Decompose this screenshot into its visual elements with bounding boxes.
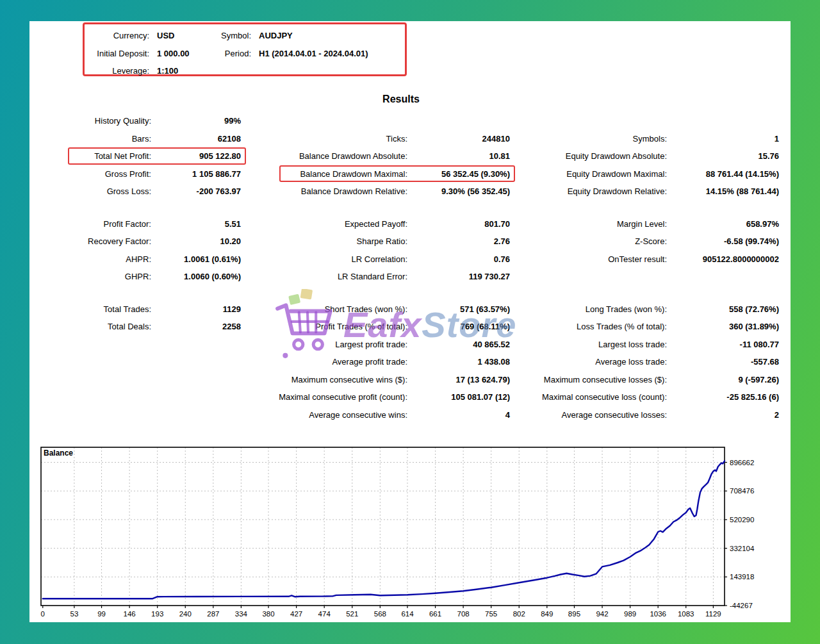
stat-pair <box>29 353 241 371</box>
stat-pair: Loss Trades (% of total):360 (31.89%) <box>510 318 779 336</box>
stat-pair: Symbols:1 <box>510 130 779 148</box>
stat-value: 40 865.52 <box>407 336 510 354</box>
stat-pair: Total Deals:2258 <box>29 318 241 336</box>
x-tick-label: 0 <box>41 610 45 618</box>
stat-label <box>241 112 407 130</box>
stat-label: LR Standard Error: <box>241 268 407 286</box>
stat-value: 119 730.27 <box>407 268 510 286</box>
balance-chart-svg: 0539914619324028733438042747452156861466… <box>40 446 789 620</box>
x-tick-label: 895 <box>568 610 580 618</box>
stat-label: Maximal consecutive loss (count): <box>510 388 667 406</box>
results-title: Results <box>29 94 773 105</box>
stat-pair: GHPR:1.0060 (0.60%) <box>29 268 241 286</box>
currency-label: Currency: <box>88 27 149 45</box>
stat-pair: Average loss trade:-557.68 <box>510 353 779 371</box>
stat-value: 360 (31.89%) <box>667 318 779 336</box>
stat-label: Short Trades (won %): <box>241 301 407 318</box>
stat-pair: Bars:62108 <box>29 130 241 148</box>
y-tick-label: 896662 <box>730 459 754 466</box>
stat-label: Gross Profit: <box>29 165 151 183</box>
y-tick-label: 708476 <box>730 487 754 495</box>
stat-pair: Balance Drawdown Relative:9.30% (56 352.… <box>241 183 510 201</box>
stat-value: 0.76 <box>407 251 510 268</box>
stat-label: AHPR: <box>29 251 151 268</box>
stat-pair: Profit Factor:5.51 <box>29 215 241 233</box>
stat-label: Gross Loss: <box>29 183 151 201</box>
screenshot-root: { "header": { "fields": [ {"label": "Cur… <box>0 0 820 644</box>
stat-pair <box>241 112 510 130</box>
stat-pair: LR Standard Error:119 730.27 <box>241 268 510 286</box>
stat-label: Largest profit trade: <box>241 336 407 354</box>
stat-value: 571 (63.57%) <box>407 301 510 318</box>
stat-pair <box>510 268 779 286</box>
stat-label: Maximum consecutive wins ($): <box>241 371 407 389</box>
stat-value: 558 (72.76%) <box>667 301 779 318</box>
stats-row: GHPR:1.0060 (0.60%)LR Standard Error:119… <box>29 268 791 286</box>
stat-label <box>29 336 151 354</box>
stat-label: Ticks: <box>241 130 407 148</box>
stat-value: 56 352.45 (9.30%) <box>407 165 510 183</box>
stat-value <box>151 336 241 354</box>
stat-label: Loss Trades (% of total): <box>510 318 667 336</box>
stat-label: Average consecutive losses: <box>510 406 667 424</box>
stat-label: Long Trades (won %): <box>510 301 667 318</box>
stat-label: Profit Factor: <box>29 215 151 233</box>
stat-label <box>29 388 151 406</box>
stat-pair: Equity Drawdown Relative:14.15% (88 761.… <box>510 183 779 201</box>
stat-value <box>151 406 241 424</box>
stat-value: 17 (13 624.79) <box>407 371 510 389</box>
stat-value: 88 761.44 (14.15%) <box>667 165 779 183</box>
stat-label: Total Net Profit: <box>29 147 151 165</box>
balance-chart: 0539914619324028733438042747452156861466… <box>40 446 789 620</box>
x-tick-label: 755 <box>485 610 497 618</box>
stat-pair: Average profit trade:1 438.08 <box>241 353 510 371</box>
stat-pair-highlighted: Total Net Profit:905 122.80 <box>29 147 241 165</box>
stat-label: Total Trades: <box>29 301 151 318</box>
stat-label <box>29 406 151 424</box>
stat-label: LR Correlation: <box>241 251 407 268</box>
stat-label: Average profit trade: <box>241 353 407 371</box>
stat-value: 2 <box>667 406 779 424</box>
stat-pair: Average consecutive wins:4 <box>241 406 510 424</box>
stat-pair: History Quality:99% <box>29 112 241 130</box>
stat-label: Profit Trades (% of total): <box>241 318 407 336</box>
stats-row: Maximal consecutive profit (count):105 0… <box>29 388 791 406</box>
stats-row: Profit Factor:5.51Expected Payoff:801.70… <box>29 215 791 233</box>
stats-row: AHPR:1.0061 (0.61%)LR Correlation:0.76On… <box>29 251 791 268</box>
stat-value: 99% <box>151 112 241 130</box>
currency-row: Currency: USD <box>88 27 190 45</box>
stat-value: 9 (-597.26) <box>667 371 779 389</box>
x-tick-label: 802 <box>513 610 525 618</box>
stat-pair-highlighted: Balance Drawdown Maximal:56 352.45 (9.30… <box>241 165 510 183</box>
stats-row: Gross Loss:-200 763.97Balance Drawdown R… <box>29 183 791 201</box>
stat-value: 801.70 <box>407 215 510 233</box>
stat-value: 905 122.80 <box>151 147 241 165</box>
initial-deposit-value: 1 000.00 <box>157 45 190 63</box>
stat-value: 1 <box>667 130 779 148</box>
stat-label: Average consecutive wins: <box>241 406 407 424</box>
stat-label: Symbols: <box>510 130 667 148</box>
stat-label: Maximum consecutive losses ($): <box>510 371 667 389</box>
stat-label: Margin Level: <box>510 215 667 233</box>
symbol-label: Symbol: <box>200 27 251 45</box>
x-tick-label: 568 <box>374 610 386 618</box>
stat-label: Recovery Factor: <box>29 233 151 251</box>
stats-row: Total Net Profit:905 122.80Balance Drawd… <box>29 147 791 165</box>
report-sheet: Currency: USD Initial Deposit: 1 000.00 … <box>29 21 791 622</box>
stat-value: 10.81 <box>407 147 510 165</box>
stat-value: 4 <box>407 406 510 424</box>
x-tick-label: 53 <box>70 610 79 618</box>
x-tick-label: 287 <box>207 610 219 618</box>
y-tick-label: 520290 <box>730 516 754 524</box>
period-value: H1 (2014.04.01 - 2024.04.01) <box>259 45 368 63</box>
stat-value: 1.0061 (0.61%) <box>151 251 241 268</box>
stat-value: 1129 <box>151 301 241 318</box>
stat-pair: Ticks:244810 <box>241 130 510 148</box>
leverage-row: Leverage: 1:100 <box>88 62 190 80</box>
stat-value: -25 825.16 (6) <box>667 388 779 406</box>
stat-pair: Maximal consecutive loss (count):-25 825… <box>510 388 779 406</box>
stat-value: 62108 <box>151 130 241 148</box>
stat-pair <box>510 112 779 130</box>
stat-value: 10.20 <box>151 233 241 251</box>
x-tick-label: 708 <box>457 610 470 618</box>
